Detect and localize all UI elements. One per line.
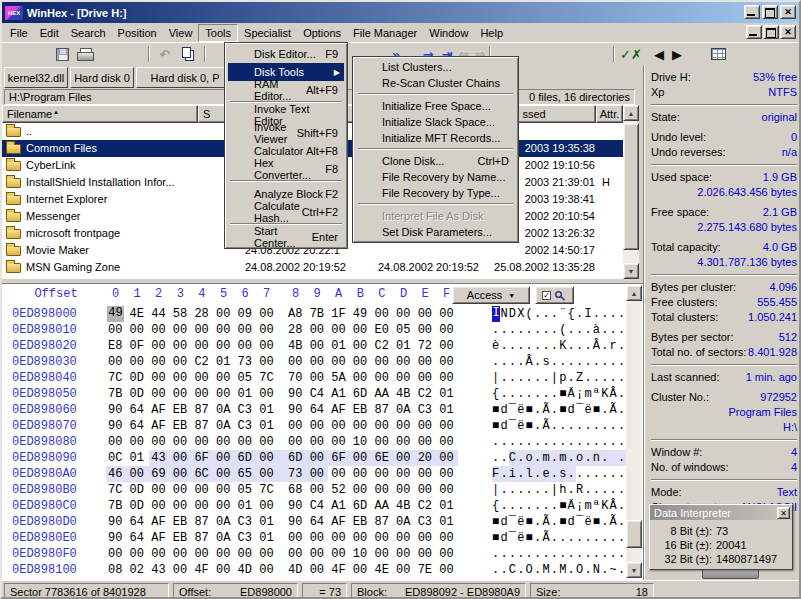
hex-offset[interactable]: 0ED8980B0 <box>12 483 77 497</box>
hex-ascii[interactable]: ................ <box>492 547 626 561</box>
hex-bytes[interactable]: 7C 0D 00 00 00 00 05 7C 68 00 52 00 00 0… <box>108 483 454 497</box>
close-button[interactable] <box>780 5 796 19</box>
hex-ascii[interactable]: ........(...à... <box>492 323 626 337</box>
hex-ascii[interactable]: INDX(...¨{.I.... <box>492 307 626 321</box>
clone-disk-icon[interactable] <box>520 44 542 64</box>
hex-cursor-byte[interactable]: 49 <box>107 306 124 322</box>
sync-view-button[interactable]: ✓ <box>535 286 574 304</box>
find-icon[interactable] <box>684 44 706 64</box>
menubar-item-position[interactable]: Position <box>112 25 163 41</box>
menubar-item-help[interactable]: Help <box>474 25 509 41</box>
menu-item-clone-disk[interactable]: Clone Disk...Ctrl+D <box>356 153 515 169</box>
analyze-icon[interactable] <box>589 44 611 64</box>
hex-offset[interactable]: 0ED898070 <box>12 419 77 433</box>
menubar-item-window[interactable]: Window <box>423 25 474 41</box>
hex-ascii[interactable]: ..C.o.m.m.o.n. . <box>492 451 626 465</box>
menu-item-initialize-free-space[interactable]: Initialize Free Space... <box>356 98 515 114</box>
hex-offset[interactable]: 0ED898000 <box>12 307 77 321</box>
hex-scroll-down-button[interactable]: ▼ <box>626 562 642 578</box>
print-icon[interactable] <box>74 44 96 64</box>
hex-ascii[interactable]: ..C.O.M.M.O.N.~. <box>492 563 626 577</box>
hex-ascii[interactable]: ■d¯ë■.Ã......... <box>492 531 626 545</box>
position-manager-icon[interactable]: ✓✗ <box>620 44 642 64</box>
hex-ascii[interactable]: {.......■Ä¡mªKÂ. <box>492 387 626 401</box>
ascii-cursor-char[interactable]: I <box>492 306 500 322</box>
minimize-button[interactable] <box>744 5 760 19</box>
menu-item-set-disk-parameters[interactable]: Set Disk Parameters... <box>356 224 515 240</box>
hex-scrollbar-thumb[interactable] <box>626 520 642 548</box>
hex-bytes[interactable]: 0C 01 43 00 6F 00 6D 00 6D 00 6F 00 6E 0… <box>108 451 454 465</box>
properties-icon[interactable] <box>97 44 119 64</box>
menu-item-disk-editor[interactable]: Disk Editor...F9 <box>228 45 344 63</box>
hex-offset[interactable]: 0ED898080 <box>12 435 77 449</box>
menubar-item-view[interactable]: View <box>163 25 199 41</box>
list-scrollbar-thumb[interactable] <box>623 123 639 250</box>
hex-ascii[interactable]: ................ <box>492 435 626 449</box>
hex-ascii[interactable]: è.......K...Â.r. <box>492 339 626 353</box>
hex-offset[interactable]: 0ED898100 <box>12 563 77 577</box>
hex-offset[interactable]: 0ED8980C0 <box>12 499 77 513</box>
menu-item-start-center[interactable]: Start Center...Enter <box>228 228 344 246</box>
column-header-filename[interactable]: Filename ▴ <box>2 105 198 123</box>
menubar-item-options[interactable]: Options <box>297 25 347 41</box>
list-scroll-up-button[interactable]: ▲ <box>623 105 639 121</box>
list-scroll-down-button[interactable]: ▼ <box>623 263 639 279</box>
hex-offset[interactable]: 0ED898040 <box>12 371 77 385</box>
calculator-icon[interactable] <box>566 44 588 64</box>
menu-item-hex-converter[interactable]: Hex Converter...F8 <box>228 160 344 178</box>
grid-icon[interactable] <box>707 44 729 64</box>
hex-bytes[interactable]: 49 4E 44 58 28 00 09 00 A8 7B 1F 49 00 0… <box>108 307 454 321</box>
menubar-item-file[interactable]: File <box>4 25 34 41</box>
menu-item-list-clusters[interactable]: List Clusters... <box>356 59 515 75</box>
hex-ascii[interactable]: F.i.l.e.s....... <box>492 467 626 481</box>
hex-bytes[interactable]: 90 64 AF EB 87 0A C3 01 00 00 00 00 00 0… <box>108 419 454 433</box>
hex-bytes[interactable]: 7B 0D 00 00 00 00 01 00 90 C4 A1 6D AA 4… <box>108 387 454 401</box>
column-header-attr[interactable]: Attr. <box>596 105 623 123</box>
hex-ascii[interactable]: |......|h.R..... <box>492 483 626 497</box>
menu-item-initialize-mft-records[interactable]: Initialize MFT Records... <box>356 130 515 146</box>
new-file-icon[interactable] <box>5 44 27 64</box>
tab-hard-disk-0-p[interactable]: Hard disk 0, P <box>136 67 234 88</box>
hex-scroll-up-button[interactable]: ▲ <box>626 285 642 301</box>
tab-kernel32-dll[interactable]: kernel32.dll <box>4 67 68 88</box>
hex-bytes[interactable]: 7B 0D 00 00 00 00 01 00 90 C4 A1 6D AA 4… <box>108 499 454 513</box>
mdi-close-button[interactable] <box>780 25 796 39</box>
copy-icon[interactable] <box>177 44 199 64</box>
open-file-icon[interactable] <box>28 44 50 64</box>
hex-offset[interactable]: 0ED8980A0 <box>12 467 77 481</box>
mdi-restore-button[interactable] <box>763 25 779 39</box>
hex-ascii[interactable]: |......|p.Z..... <box>492 371 626 385</box>
restore-button[interactable] <box>762 5 778 19</box>
data-interpreter-close-icon[interactable]: ✕ <box>777 507 790 519</box>
tab-hard-disk-0[interactable]: Hard disk 0 <box>70 67 134 88</box>
hex-bytes[interactable]: 90 64 AF EB 87 0A C3 01 90 64 AF EB 87 0… <box>108 515 454 529</box>
hex-offset[interactable]: 0ED898030 <box>12 355 77 369</box>
hex-bytes[interactable]: 08 02 43 00 4F 00 4D 00 4D 00 4F 00 4E 0… <box>108 563 454 577</box>
save-icon[interactable] <box>51 44 73 64</box>
file-row-msn-gaming-zone[interactable]: MSN Gaming Zone24.08.2002 20:19:5224.08.… <box>2 259 623 276</box>
menu-item-ram-editor[interactable]: RAM Editor...Alt+F9 <box>228 81 344 99</box>
hex-bytes[interactable]: 46 00 69 00 6C 00 65 00 73 00 00 00 00 0… <box>108 467 454 481</box>
access-dropdown-button[interactable]: Access ▼ <box>452 286 530 304</box>
hex-bytes[interactable]: 00 00 00 00 00 00 00 00 00 00 00 10 00 0… <box>108 435 454 449</box>
menu-item-file-recovery-by-name[interactable]: File Recovery by Name... <box>356 169 515 185</box>
menubar-item-search[interactable]: Search <box>65 25 112 41</box>
hex-offset[interactable]: 0ED898020 <box>12 339 77 353</box>
menu-item-file-recovery-by-type[interactable]: File Recovery by Type... <box>356 185 515 201</box>
menu-item-re-scan-cluster-chains[interactable]: Re-Scan Cluster Chains <box>356 75 515 91</box>
hex-offset[interactable]: 0ED898060 <box>12 403 77 417</box>
hex-bytes[interactable]: 90 64 AF EB 87 0A C3 01 00 00 00 00 00 0… <box>108 531 454 545</box>
hex-bytes[interactable]: E8 0F 00 00 00 00 00 00 4B 00 01 00 C2 0… <box>108 339 454 353</box>
menubar-item-file-manager[interactable]: File Manager <box>347 25 423 41</box>
menu-item-invoke-viewer[interactable]: Invoke ViewerShift+F9 <box>228 124 344 142</box>
edit-folder-icon[interactable] <box>120 44 142 64</box>
hex-ascii[interactable]: {.......■Ä¡mªKÂ. <box>492 499 626 513</box>
menu-item-initialize-slack-space[interactable]: Initialize Slack Space... <box>356 114 515 130</box>
menu-item-calculate-hash[interactable]: Calculate Hash...Ctrl+F2 <box>228 203 344 221</box>
hex-bytes[interactable]: 7C 0D 00 00 00 00 05 7C 70 00 5A 00 00 0… <box>108 371 454 385</box>
hex-bytes[interactable]: 00 00 00 00 C2 01 73 00 00 00 00 00 00 0… <box>108 355 454 369</box>
hex-offset[interactable]: 0ED8980D0 <box>12 515 77 529</box>
hex-offset[interactable]: 0ED898010 <box>12 323 77 337</box>
undo-icon[interactable]: ↶ <box>154 44 176 64</box>
ram-editor-icon[interactable] <box>543 44 565 64</box>
